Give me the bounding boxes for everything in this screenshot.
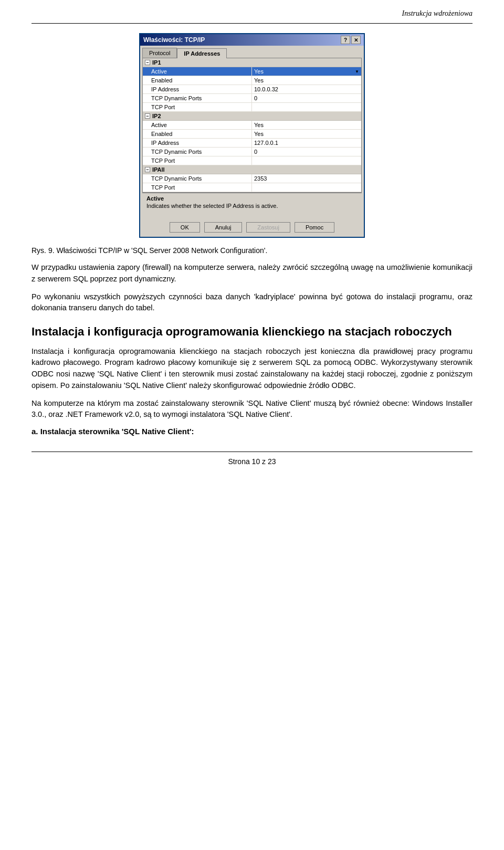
prop-name-ip1-enabled: Enabled [143,76,252,85]
prop-value-ip2-dynports[interactable]: 0 [252,148,361,156]
description-label: Active [146,195,358,202]
help-button[interactable]: ? [341,36,350,44]
prop-row-ip2-dynports[interactable]: TCP Dynamic Ports 0 [143,148,361,156]
prop-row-ip1-active[interactable]: Active Yes ▼ [143,67,361,76]
dialog-tabs: Protocol IP Addresses [140,46,364,58]
section-toggle-ipall[interactable]: − [145,167,150,172]
header-title: Instrukcja wdrożeniowa [402,9,472,17]
prop-row-ip1-dynports[interactable]: TCP Dynamic Ports 0 [143,94,361,103]
section-heading: Instalacja i konfiguracja oprogramowania… [32,324,472,340]
prop-value-ip1-enabled[interactable]: Yes [252,76,361,85]
prop-row-ip1-tcpport[interactable]: TCP Port [143,103,361,112]
section-toggle-ip2[interactable]: − [145,113,150,119]
section-label-ipall: IPAll [152,166,165,173]
description-area: Active Indicates whether the selected IP… [142,193,362,218]
win-titlebar: Właściwości: TCP/IP ? ✕ [140,34,364,46]
page-footer: Strona 10 z 23 [32,452,472,466]
tab-protocol[interactable]: Protocol [142,48,177,58]
prop-row-ip2-enabled[interactable]: Enabled Yes [143,130,361,139]
apply-button[interactable]: Zastosuj [246,222,290,233]
win-dialog: Właściwości: TCP/IP ? ✕ Protocol IP Addr… [139,33,365,238]
prop-value-ipall-dynports[interactable]: 2353 [252,174,361,183]
prop-value-ip2-enabled[interactable]: Yes [252,130,361,138]
prop-name-ip2-address: IP Address [143,139,252,147]
figure-caption: Rys. 9. Właściwości TCP/IP w 'SQL Server… [32,246,472,255]
section-ip1: − IP1 [143,58,361,67]
prop-name-ip1-address: IP Address [143,85,252,93]
prop-row-ipall-dynports[interactable]: TCP Dynamic Ports 2353 [143,174,361,183]
subsection-heading: a. Instalacja sterownika 'SQL Native Cli… [32,427,472,436]
section-ipall: − IPAll [143,165,361,174]
footer-text: Strona 10 z 23 [228,457,276,466]
prop-value-ipall-tcpport[interactable] [252,183,361,192]
dialog-footer: OK Anuluj Zastosuj Pomoc [140,218,364,237]
prop-name-ip2-active: Active [143,121,252,129]
prop-name-ip1-active: Active [143,67,252,76]
dropdown-arrow-ip1-active[interactable]: ▼ [355,69,359,74]
prop-row-ip2-tcpport[interactable]: TCP Port [143,156,361,165]
dialog-content: − IP1 Active Yes ▼ Enabled Yes IP Addres… [142,58,362,193]
prop-name-ip2-enabled: Enabled [143,130,252,138]
section-paragraph-2: Na komputerze na którym ma zostać zainst… [32,398,472,421]
prop-name-ipall-tcpport: TCP Port [143,183,252,192]
prop-value-ip1-tcpport[interactable] [252,103,361,111]
paragraph-1: W przypadku ustawienia zapory (firewall)… [32,262,472,285]
screenshot-container: Właściwości: TCP/IP ? ✕ Protocol IP Addr… [32,33,472,238]
prop-name-ip2-dynports: TCP Dynamic Ports [143,148,252,156]
prop-row-ip2-address[interactable]: IP Address 127.0.0.1 [143,139,361,148]
ok-button[interactable]: OK [170,222,200,233]
section-label-ip2: IP2 [152,113,161,119]
prop-name-ip1-dynports: TCP Dynamic Ports [143,94,252,102]
prop-value-ip2-address[interactable]: 127.0.0.1 [252,139,361,147]
tab-ip-addresses[interactable]: IP Addresses [177,48,227,58]
prop-row-ipall-tcpport[interactable]: TCP Port [143,183,361,192]
close-button[interactable]: ✕ [351,36,361,44]
section-toggle-ip1[interactable]: − [145,60,150,65]
prop-value-ip2-tcpport[interactable] [252,156,361,165]
prop-value-ip1-dynports[interactable]: 0 [252,94,361,102]
prop-name-ipall-dynports: TCP Dynamic Ports [143,174,252,183]
titlebar-buttons: ? ✕ [341,36,361,44]
section-paragraph-1: Instalacja i konfiguracja oprogramowania… [32,346,472,392]
prop-name-ip1-tcpport: TCP Port [143,103,252,111]
prop-value-ip1-address[interactable]: 10.0.0.32 [252,85,361,93]
description-text: Indicates whether the selected IP Addres… [146,203,358,209]
cancel-button[interactable]: Anuluj [204,222,243,233]
page-header: Instrukcja wdrożeniowa [32,0,472,24]
prop-value-ip2-active[interactable]: Yes [252,121,361,129]
prop-row-ip2-active[interactable]: Active Yes [143,121,361,130]
prop-value-ip1-active[interactable]: Yes ▼ [252,67,361,76]
help-dialog-button[interactable]: Pomoc [295,222,334,233]
prop-row-ip1-address[interactable]: IP Address 10.0.0.32 [143,85,361,94]
prop-name-ip2-tcpport: TCP Port [143,156,252,165]
section-ip2: − IP2 [143,112,361,121]
prop-row-ip1-enabled[interactable]: Enabled Yes [143,76,361,85]
dialog-title: Właściwości: TCP/IP [143,36,205,44]
section-label-ip1: IP1 [152,59,161,66]
paragraph-2: Po wykonaniu wszystkich powyższych czynn… [32,291,472,314]
